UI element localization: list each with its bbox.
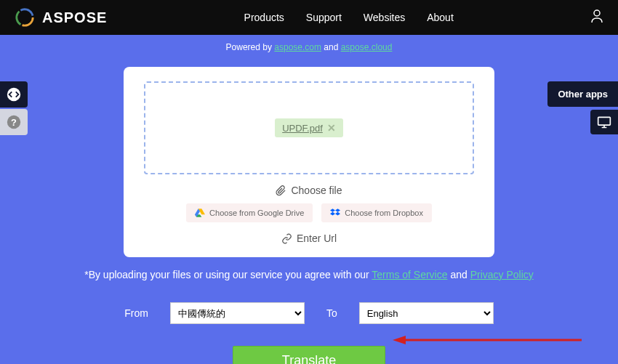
- privacy-policy-link[interactable]: Privacy Policy: [470, 269, 534, 280]
- brand-text: ASPOSE: [42, 9, 107, 26]
- code-button[interactable]: [0, 81, 28, 108]
- upload-card: UPDF.pdf ✕ Choose file Choose from Googl…: [124, 67, 494, 257]
- powered-mid: and: [321, 42, 341, 52]
- to-language-select[interactable]: English: [359, 302, 494, 324]
- dropbox-icon: [330, 209, 340, 217]
- svg-marker-9: [393, 336, 406, 344]
- svg-rect-7: [598, 117, 611, 125]
- navbar: ASPOSE Products Support Websites About: [0, 0, 618, 35]
- file-badge: UPDF.pdf ✕: [275, 118, 343, 137]
- brand[interactable]: ASPOSE: [15, 7, 107, 28]
- to-label: To: [326, 307, 337, 319]
- aspose-com-link[interactable]: aspose.com: [274, 42, 321, 52]
- other-apps-button[interactable]: Other apps: [547, 81, 618, 107]
- translate-button[interactable]: Translate: [233, 346, 385, 364]
- nav-menu: Products Support Websites About: [244, 12, 454, 23]
- aspose-cloud-link[interactable]: aspose.cloud: [341, 42, 393, 52]
- desktop-button[interactable]: [590, 110, 618, 134]
- svg-point-3: [594, 10, 600, 16]
- code-icon: [6, 86, 22, 102]
- link-icon: [281, 233, 292, 244]
- monitor-icon: [597, 116, 611, 129]
- dropbox-button[interactable]: Choose from Dropbox: [321, 203, 432, 222]
- dropbox-label: Choose from Dropbox: [345, 209, 423, 217]
- from-language-select[interactable]: 中國傳統的: [170, 302, 305, 324]
- enter-url-label: Enter Url: [297, 232, 337, 244]
- choose-file-label: Choose file: [291, 185, 342, 196]
- terms-of-service-link[interactable]: Terms of Service: [372, 269, 447, 280]
- nav-about[interactable]: About: [427, 12, 454, 23]
- svg-text:?: ?: [11, 117, 17, 128]
- user-icon[interactable]: [590, 9, 603, 26]
- help-button[interactable]: ?: [0, 109, 28, 135]
- help-icon: ?: [6, 114, 22, 130]
- annotation-arrow: [393, 333, 582, 347]
- file-name[interactable]: UPDF.pdf: [282, 123, 323, 134]
- left-sidebar: ?: [0, 81, 28, 137]
- google-drive-button[interactable]: Choose from Google Drive: [186, 203, 313, 222]
- language-row: From 中國傳統的 To English: [0, 302, 618, 324]
- enter-url-button[interactable]: Enter Url: [144, 232, 474, 244]
- choose-file-button[interactable]: Choose file: [144, 185, 474, 196]
- terms-mid: and: [448, 269, 470, 280]
- logo-icon: [15, 7, 35, 28]
- remove-file-icon[interactable]: ✕: [327, 122, 336, 134]
- nav-websites[interactable]: Websites: [364, 12, 405, 23]
- terms-prefix: *By uploading your files or using our se…: [84, 269, 372, 280]
- cloud-row: Choose from Google Drive Choose from Dro…: [144, 203, 474, 222]
- nav-products[interactable]: Products: [244, 12, 284, 23]
- dropzone[interactable]: UPDF.pdf ✕: [144, 81, 474, 174]
- attachment-icon: [276, 185, 286, 196]
- right-sidebar: Other apps: [547, 81, 618, 134]
- nav-support[interactable]: Support: [306, 12, 342, 23]
- google-drive-label: Choose from Google Drive: [209, 209, 304, 217]
- from-label: From: [124, 307, 148, 319]
- powered-prefix: Powered by: [226, 42, 275, 52]
- google-drive-icon: [195, 209, 205, 217]
- terms-text: *By uploading your files or using our se…: [0, 269, 618, 280]
- powered-by: Powered by aspose.com and aspose.cloud: [0, 35, 618, 60]
